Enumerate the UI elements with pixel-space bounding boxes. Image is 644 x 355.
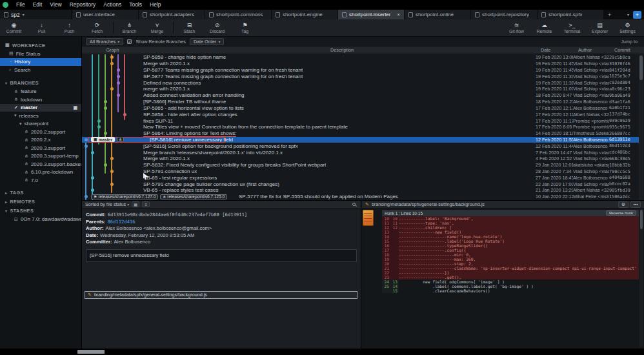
menu-item[interactable]: Edit <box>29 0 46 10</box>
menu-item[interactable]: File <box>12 0 29 10</box>
commit-row[interactable]: SP-5791-change page builder connection u… <box>82 181 639 187</box>
toolbar-button[interactable]: ◉ Commit <box>0 22 28 34</box>
commit-row[interactable]: SP-5858 - change hide option name 19 Feb… <box>82 54 639 61</box>
graph-scrollbar-thumb[interactable] <box>639 56 643 80</box>
menu-item[interactable]: View <box>46 0 65 10</box>
toolbar-button[interactable]: ≋ Git-flow <box>503 22 530 34</box>
tab-overflow-chevron-icon[interactable]: ▾ <box>623 12 633 17</box>
commit-row[interactable]: SP-5858 - hide alert after option change… <box>82 111 639 117</box>
sidebar-branch-item[interactable]: ▾ releases ▣ <box>0 112 81 120</box>
menu-item[interactable]: Actions <box>99 0 125 10</box>
all-branches-dropdown[interactable]: All Branches ▾ <box>86 38 123 45</box>
add-tab-button[interactable]: + <box>604 12 615 18</box>
commit-row[interactable]: SP-5865 - add horizontal view option to … <box>82 105 639 112</box>
sidebar-branch-item[interactable]: ⋔ 2020.3.support ▣ <box>0 144 81 152</box>
commit-row[interactable]: merge with 2020.1.x 19 Feb 2020 11:07 Vl… <box>82 86 639 92</box>
toolbar-button[interactable]: >_ Terminal <box>558 22 586 34</box>
sidebar-branch-item[interactable]: ⋔ 2020.2.support ▣ <box>0 128 81 136</box>
menu-item[interactable]: Repository <box>66 0 100 10</box>
ref-chip[interactable]: ⋔ <box>117 137 124 142</box>
repo-tab[interactable]: shortpoint-commons × <box>205 10 272 19</box>
graph-scrollbar[interactable] <box>639 54 643 200</box>
sidebar-workspace-item[interactable]: ◔ History <box>0 58 81 66</box>
search-icon[interactable] <box>352 203 356 206</box>
repo-tab[interactable]: user-interface × <box>72 10 139 19</box>
commit-row[interactable]: New Titles view + moved Connect button f… <box>82 124 639 130</box>
commit-row[interactable]: [SP-5816] Scroll option for background p… <box>82 143 639 149</box>
ref-chip[interactable]: ⚑releases/sharepoint/v6.7.127.0 <box>91 194 158 199</box>
diff-settings-button[interactable]: ⚙ <box>618 201 629 208</box>
commit-row[interactable]: SP-5832: Fixed Newly configured visibili… <box>82 162 639 168</box>
toolbar-button[interactable]: ⟳ Fetch <box>83 22 111 34</box>
commit-row[interactable]: Merge with 2020.1.x 19 Feb 2020 11:45 Vl… <box>82 61 639 67</box>
toolbar-button[interactable]: ↓ Pull <box>28 22 55 34</box>
show-remote-checkbox[interactable]: ✓ <box>127 39 132 44</box>
stashes-header[interactable]: ▾ STASHES <box>0 207 81 216</box>
toolbar-button[interactable]: ⊘ Discard <box>203 22 231 34</box>
sort-dropdown[interactable]: Sorted by file status ▾ <box>85 201 129 207</box>
toolbar-button[interactable]: ⋎ Merge <box>143 22 171 34</box>
toolbar-button[interactable]: ⊟ Stash <box>176 22 203 34</box>
commit-row[interactable]: Defined new connections 19 Feb 2020 11:3… <box>82 79 639 86</box>
diff-more-button[interactable]: ••• <box>630 201 641 208</box>
diff-scrollbar[interactable] <box>639 208 643 347</box>
sidebar-branch-item[interactable]: ⋔ 7.0 ▣ <box>0 176 81 185</box>
commit-row[interactable]: Added connect validation adn error handl… <box>82 92 639 99</box>
remotes-header[interactable]: ▸ REMOTES <box>0 198 81 207</box>
menu-item[interactable]: Help <box>146 0 165 10</box>
date-order-dropdown[interactable]: Date Order ▾ <box>190 38 225 45</box>
commit-row[interactable]: SP-5864: Linking options for Text shows:… <box>82 130 639 137</box>
diff-scrollbar-thumb[interactable] <box>640 210 643 229</box>
branches-header[interactable]: ▾ BRANCHES <box>0 79 81 88</box>
commit-row[interactable]: Merge branch 'releases/sharepoint/2020.1… <box>82 149 639 156</box>
commit-row[interactable]: fixes SUP-11 17 Feb 2020 11:17 Promise <… <box>82 117 639 124</box>
column-header-description[interactable]: Description <box>143 47 541 53</box>
commit-row[interactable]: ⚑releases/sharepoint/v6.7.127.0⋔releases… <box>82 194 639 200</box>
toolbar-button[interactable]: ⋔ Branch <box>116 22 143 34</box>
repo-tab[interactable]: shortpoint-online × <box>405 10 471 19</box>
menu-item[interactable]: Tools <box>125 0 146 10</box>
commit-row[interactable]: VB-65 - replace styles test cases 21 Jan… <box>82 187 639 194</box>
sidebar-branch-item[interactable]: ▾ sharepoint ▣ <box>0 120 81 128</box>
commit-row[interactable]: VB-65 - test regular expressions 27 Jan … <box>82 174 639 181</box>
tags-header[interactable]: ▸ TAGS <box>0 188 81 198</box>
repo-tab[interactable]: shortpoint-spfx × <box>538 10 604 19</box>
toolbar-button[interactable]: ☁ Remote <box>530 22 558 34</box>
sidebar-stash-item[interactable]: ⊟ 0On 7.0: dawdawdwadawdaw <box>0 216 81 224</box>
column-header-date[interactable]: Date <box>541 47 578 53</box>
list-view-button[interactable]: ≡ <box>142 201 150 207</box>
sidebar-branch-item[interactable]: ⋔ lockdown ▣ <box>0 96 81 104</box>
commit-row[interactable]: SP-5791-connection ux 28 Jan 2020 7:34 V… <box>82 168 639 175</box>
sidebar-branch-item[interactable]: ⋔ 6.10.pre-lockdown ▣ <box>0 168 81 177</box>
toolbar-button[interactable]: ▤ Explorer <box>586 22 614 34</box>
repo-selector[interactable]: sp2 ▾ <box>0 10 72 19</box>
sidebar-branch-item[interactable]: ⋔ 2020.2.x ▣ <box>0 136 81 145</box>
commit-row[interactable]: [SP-5866] Render TB without iframe 18 Fe… <box>82 99 639 105</box>
sidebar-branch-item[interactable]: ⋔ 2020.3.support-temp ▣ <box>0 152 81 161</box>
toolbar-button[interactable]: ⚙ Settings <box>614 22 641 34</box>
commit-row[interactable]: SP-5877 Teams missing graph connection w… <box>82 73 639 79</box>
app-logo-icon[interactable] <box>3 2 8 8</box>
close-icon[interactable]: × <box>397 12 400 17</box>
toolbar-button[interactable]: ⚑ Tag <box>231 22 259 34</box>
commit-row[interactable]: Merge with 2020.1.x 4 Feb 2020 12:52 Vla… <box>82 156 639 162</box>
repo-tab[interactable]: shortpoint-repository × <box>471 10 538 19</box>
repo-tab[interactable]: shortpoint-engine × <box>272 10 338 19</box>
ref-chip[interactable]: ⋔releases/sharepoint/v6.7.125.0 <box>160 194 227 199</box>
commit-row[interactable]: ▣master⋔ [SP-5816] remove unnecessary fi… <box>82 137 639 143</box>
new-tab-button[interactable]: + <box>633 11 641 19</box>
column-header-commit[interactable]: Commit <box>614 47 644 53</box>
repo-tab[interactable]: shortpoint-adapters × <box>139 10 205 19</box>
jump-to-button[interactable]: Jump to <box>621 39 640 45</box>
tree-view-button[interactable]: ▦ <box>132 201 139 207</box>
sidebar-workspace-item[interactable]: ▤ File Status <box>0 50 81 58</box>
sidebar-workspace-item[interactable]: ⌕ Search <box>0 66 81 74</box>
sidebar-branch-item[interactable]: ⋔ 2020.3.support.backend ▣ <box>0 160 81 168</box>
repo-tab[interactable]: shortpoint-inserter × <box>338 10 405 19</box>
sidebar-branch-item[interactable]: ✓ master ▣ <box>0 104 81 112</box>
branch-chip[interactable]: ▣master <box>91 137 115 142</box>
workspace-header[interactable]: ▦ WORKSPACE <box>0 41 81 50</box>
reverse-hunk-button[interactable]: Reverse hunk <box>606 210 636 216</box>
column-header-author[interactable]: Author <box>578 47 614 53</box>
parent-hash-link[interactable]: 86d112d416 <box>107 219 135 225</box>
